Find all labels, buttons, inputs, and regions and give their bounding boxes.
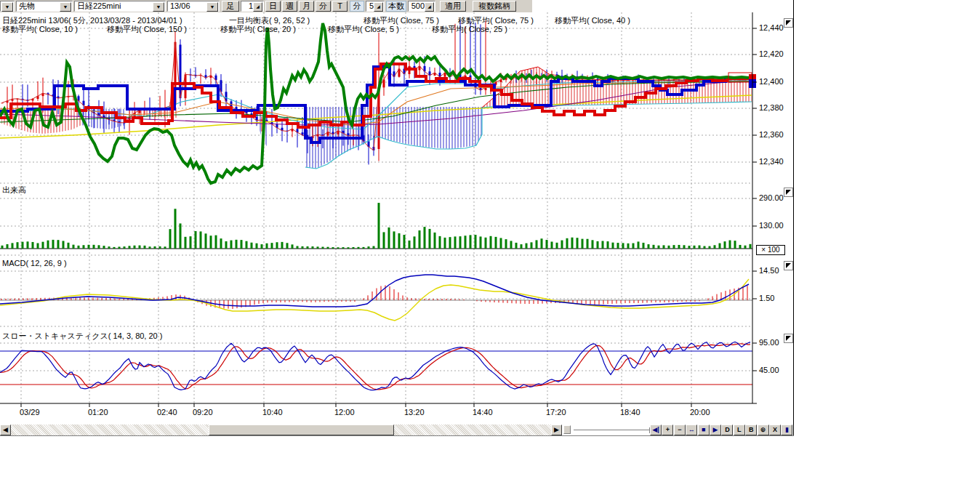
volume-multiplier-badge: × 100 (756, 245, 785, 255)
price-tick-label: 12,440 (759, 23, 784, 32)
legend-item: 移動平均( Close, 20 ) (220, 24, 296, 35)
legend-item: 移動平均( Close, 40 ) (555, 15, 630, 26)
scrollbar-track[interactable] (394, 424, 551, 435)
time-tick-label: 20:00 (690, 408, 710, 417)
time-tick-label: 10:40 (262, 408, 283, 417)
price-tick-label: 12,420 (759, 49, 784, 58)
price-tick-label: 12,380 (759, 103, 784, 112)
time-tick-label: 12:00 (334, 408, 355, 417)
macd-panel-label: MACD( 12, 26, 9 ) (2, 259, 67, 267)
chart-tool-button-2[interactable]: − (674, 424, 686, 435)
stoch-panel-collapse-icon[interactable] (784, 334, 793, 343)
chart-tool-button-0[interactable]: ◀| (650, 424, 662, 435)
chart-tool-button-4[interactable]: ■ (698, 424, 710, 435)
horizontal-scrollbar: ◀ ▶ ◀|+−↔■▶DLB⊕X▮ (0, 424, 794, 435)
chart-tool-button-11[interactable]: ▮ (781, 424, 792, 435)
legend-item: 移動平均( Close, 25 ) (432, 24, 507, 35)
stoch-tick-label: 95.00 (759, 338, 779, 347)
scroll-right-button[interactable]: ▶ (551, 424, 562, 435)
time-tick-label: 17:20 (546, 408, 566, 417)
stoch-tick-label: 45.00 (759, 366, 779, 374)
legend-item: 移動平均( Close, 10 ) (2, 24, 78, 35)
volume-tick-label: 290.00 (759, 193, 784, 202)
chart-tool-button-1[interactable]: + (662, 424, 673, 435)
time-tick-label: 09:20 (193, 408, 213, 417)
time-tick-label: 13:20 (404, 408, 425, 417)
volume-panel-collapse-icon[interactable] (784, 188, 793, 197)
macd-panel-collapse-icon[interactable] (784, 261, 793, 270)
time-tick-label: 01:20 (88, 408, 108, 417)
window-bottom-border (0, 435, 794, 436)
price-tick-label: 12,340 (759, 157, 784, 166)
chart-tool-button-3[interactable]: ↔ (686, 424, 697, 435)
stoch-panel-label: スロー・ストキャスティクス( 14, 3, 80, 20 ) (2, 331, 162, 342)
scroll-left-button[interactable]: ◀ (0, 424, 11, 435)
price-tick-label: 12,360 (759, 130, 784, 139)
scrollbar-thumb[interactable] (209, 424, 394, 435)
time-tick-label: 03/29 (20, 408, 40, 417)
scrollbar-track[interactable] (11, 424, 209, 435)
time-tick-label: 14:40 (473, 408, 493, 417)
chart-tool-button-8[interactable]: B (745, 424, 757, 435)
chart-tool-button-5[interactable]: ▶ (710, 424, 721, 435)
zoom-slider-handle[interactable] (563, 425, 571, 434)
volume-panel-label: 出来高 (2, 185, 26, 196)
price-panel-collapse-icon[interactable] (784, 18, 793, 28)
window-right-border (793, 0, 794, 436)
chart-tool-button-6[interactable]: D (721, 424, 733, 435)
zoom-slider-groove[interactable] (574, 430, 649, 432)
chart-canvas[interactable] (0, 0, 794, 436)
legend-item: 移動平均( Close, 5 ) (328, 24, 399, 35)
chart-tool-button-9[interactable]: ⊕ (758, 424, 769, 435)
legend-item: 移動平均( Close, 150 ) (107, 24, 187, 35)
price-tick-label: 12,400 (759, 77, 784, 86)
chart-application-window: ▼ 先物▼ 日経225mini▼ 13/06▼ 足 1◢ 日 週 月 分 T 分… (0, 0, 794, 436)
macd-tick-label: 1.50 (759, 294, 774, 302)
macd-tick-label: 14.50 (759, 266, 779, 275)
volume-tick-label: 130.00 (759, 221, 784, 230)
time-tick-label: 02:40 (157, 408, 177, 417)
chart-tool-button-10[interactable]: X (769, 424, 781, 435)
time-tick-label: 18:40 (620, 408, 640, 417)
chart-tool-button-7[interactable]: L (734, 424, 745, 435)
